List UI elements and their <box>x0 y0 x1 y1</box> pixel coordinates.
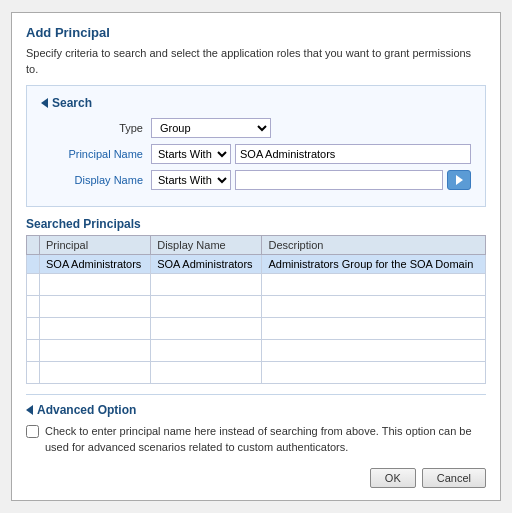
display-name-cell: SOA Administrators <box>151 254 262 273</box>
col-display-name-header: Display Name <box>151 235 262 254</box>
display-name-operator-select[interactable]: Starts With Contains Equals <box>151 170 231 190</box>
results-title: Searched Principals <box>26 217 486 231</box>
advanced-section: Advanced Option Check to enter principal… <box>26 394 486 456</box>
table-row[interactable]: SOA Administrators SOA Administrators Ad… <box>27 254 486 273</box>
row-marker <box>27 254 40 273</box>
collapse-triangle-icon[interactable] <box>41 98 48 108</box>
add-principal-dialog: Add Principal Specify criteria to search… <box>11 12 501 501</box>
principal-name-operator-select[interactable]: Starts With Contains Equals <box>151 144 231 164</box>
principal-cell: SOA Administrators <box>40 254 151 273</box>
type-select[interactable]: Group User Role <box>151 118 271 138</box>
principal-name-label: Principal Name <box>41 148 151 160</box>
empty-row-3 <box>27 317 486 339</box>
principal-name-input[interactable] <box>235 144 471 164</box>
type-label: Type <box>41 122 151 134</box>
display-name-input[interactable] <box>235 170 443 190</box>
col-principal-header: Principal <box>40 235 151 254</box>
principal-name-row: Principal Name Starts With Contains Equa… <box>41 144 471 164</box>
search-section-header: Search <box>41 96 471 110</box>
search-section-label: Search <box>52 96 92 110</box>
dialog-description: Specify criteria to search and select th… <box>26 46 486 77</box>
results-table: Principal Display Name Description SOA A… <box>26 235 486 384</box>
empty-row-5 <box>27 361 486 383</box>
advanced-section-header: Advanced Option <box>26 403 486 417</box>
advanced-checkbox[interactable] <box>26 425 39 438</box>
search-arrow-icon <box>456 175 463 185</box>
empty-row-2 <box>27 295 486 317</box>
advanced-section-label: Advanced Option <box>37 403 136 417</box>
search-button[interactable] <box>447 170 471 190</box>
advanced-option-text: Check to enter principal name here inste… <box>45 423 486 456</box>
advanced-collapse-triangle-icon[interactable] <box>26 405 33 415</box>
results-section: Searched Principals Principal Display Na… <box>26 217 486 384</box>
advanced-option-row: Check to enter principal name here inste… <box>26 423 486 456</box>
display-name-row: Display Name Starts With Contains Equals <box>41 170 471 190</box>
ok-button[interactable]: OK <box>370 468 416 488</box>
empty-row-1 <box>27 273 486 295</box>
table-header-row: Principal Display Name Description <box>27 235 486 254</box>
type-row: Type Group User Role <box>41 118 471 138</box>
display-name-label: Display Name <box>41 174 151 186</box>
col-description-header: Description <box>262 235 486 254</box>
description-cell: Administrators Group for the SOA Domain <box>262 254 486 273</box>
dialog-footer: OK Cancel <box>26 464 486 488</box>
search-section: Search Type Group User Role Principal Na… <box>26 85 486 207</box>
cancel-button[interactable]: Cancel <box>422 468 486 488</box>
empty-row-4 <box>27 339 486 361</box>
dialog-title: Add Principal <box>26 25 486 40</box>
row-marker-header <box>27 235 40 254</box>
